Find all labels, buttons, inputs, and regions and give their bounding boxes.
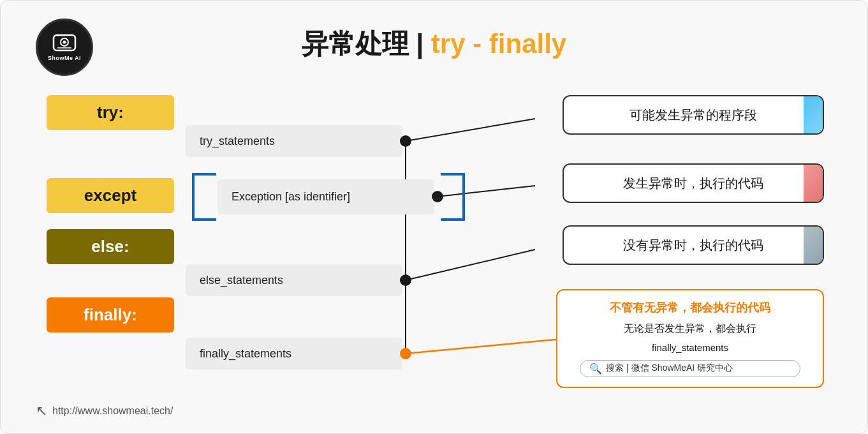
bracket-right xyxy=(441,173,465,221)
page-title: 异常处理 | try - finally xyxy=(302,26,566,62)
desc-else-strip xyxy=(804,227,823,264)
keyword-except: except xyxy=(47,178,174,213)
connector-dot-finally xyxy=(400,348,411,359)
finally-box-search: 🔍 搜索 | 微信 ShowMeAI 研究中心 xyxy=(580,360,800,377)
svg-point-2 xyxy=(63,40,66,43)
finally-box-title: 不管有无异常，都会执行的代码 xyxy=(610,300,770,315)
keyword-finally: finally: xyxy=(47,297,174,333)
svg-line-4 xyxy=(406,119,535,141)
connector-dot-else xyxy=(400,274,411,286)
svg-line-6 xyxy=(406,250,535,280)
footer: ↖ http://www.showmeai.tech/ xyxy=(36,403,173,419)
finally-box-stmt: finally_statements xyxy=(652,342,728,353)
logo-text: ShowMe AI xyxy=(48,55,81,61)
desc-else: 没有异常时，执行的代码 xyxy=(563,225,824,265)
logo-icon xyxy=(52,34,77,54)
keyword-else: else: xyxy=(47,229,174,264)
desc-except: 发生异常时，执行的代码 xyxy=(563,163,824,203)
footer-url: http://www.showmeai.tech/ xyxy=(52,405,173,417)
search-icon: 🔍 xyxy=(589,363,602,375)
stmt-try: try_statements xyxy=(186,125,402,157)
title-code: try - finally xyxy=(431,29,566,59)
connector-dot-try xyxy=(400,135,411,147)
connector-dot-except xyxy=(432,191,443,202)
svg-line-7 xyxy=(406,339,562,354)
finally-special-box: 不管有无异常，都会执行的代码 无论是否发生异常，都会执行 finally_sta… xyxy=(556,289,824,388)
finally-box-desc: 无论是否发生异常，都会执行 xyxy=(624,322,756,336)
desc-try: 可能发生异常的程序段 xyxy=(563,95,824,135)
title-chinese: 异常处理 | xyxy=(302,29,431,59)
stmt-except: Exception [as identifier] xyxy=(217,179,434,214)
bracket-left xyxy=(192,173,216,221)
desc-except-strip xyxy=(804,165,823,202)
cursor-icon: ↖ xyxy=(36,403,47,419)
keyword-try: try: xyxy=(47,95,174,130)
page-wrapper: ShowMe AI 异常处理 | try - finally try: try_… xyxy=(0,0,868,434)
stmt-else: else_statements xyxy=(186,264,402,296)
logo: ShowMe AI xyxy=(36,19,93,76)
desc-try-strip xyxy=(804,96,823,133)
stmt-finally: finally_statements xyxy=(186,338,402,370)
